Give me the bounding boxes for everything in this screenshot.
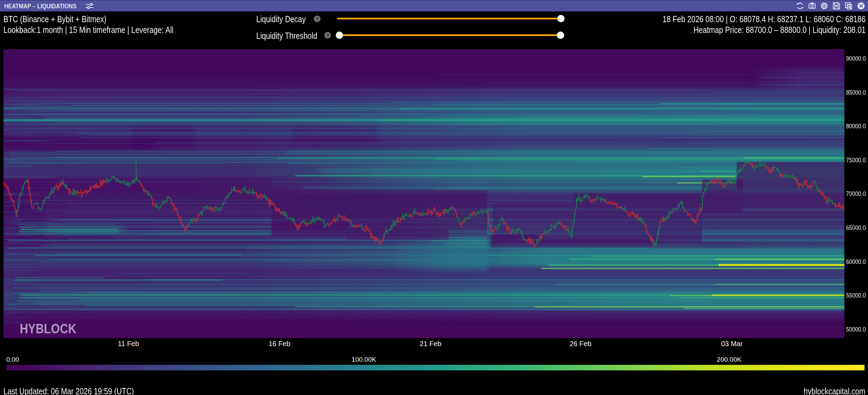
svg-text:HYBLOCK: HYBLOCK: [20, 321, 76, 336]
